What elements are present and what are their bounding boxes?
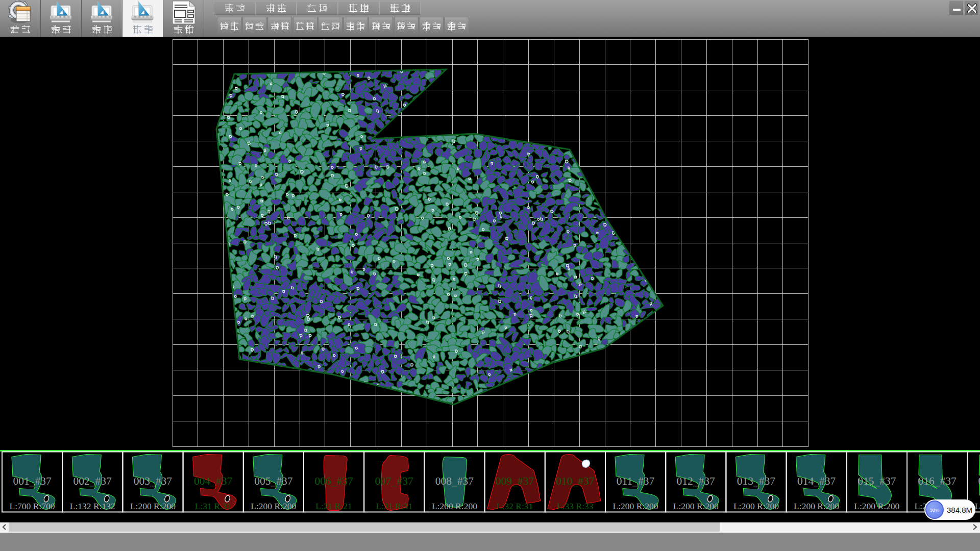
svg-text:L:200 R:200: L:200 R:200 (130, 501, 176, 511)
svg-text:L:200 R:200: L:200 R:200 (733, 501, 779, 511)
svg-text:010_#37: 010_#37 (556, 475, 595, 487)
svg-text:L:21 R:21: L:21 R:21 (315, 501, 352, 511)
svg-text:009_#37: 009_#37 (496, 475, 534, 487)
svg-text:L:200 R:200: L:200 R:200 (794, 501, 839, 511)
svg-text:006_#37: 006_#37 (314, 475, 353, 487)
svg-text:016_#37: 016_#37 (918, 475, 957, 487)
svg-text:L:33 R:33: L:33 R:33 (557, 501, 594, 511)
svg-text:L:200 R:200: L:200 R:200 (251, 501, 296, 511)
svg-text:008_#37: 008_#37 (435, 475, 474, 487)
svg-text:004_#37: 004_#37 (194, 475, 233, 487)
svg-text:017_#37: 017_#37 (978, 475, 980, 487)
svg-text:L:31 R:31: L:31 R:31 (376, 501, 412, 511)
svg-text:011_#37: 011_#37 (617, 475, 655, 487)
svg-text:015_#37: 015_#37 (857, 475, 896, 487)
svg-text:L:200 R:200: L:200 R:200 (975, 501, 980, 511)
svg-text:007_#37: 007_#37 (375, 475, 414, 487)
svg-text:013_#37: 013_#37 (737, 475, 776, 487)
svg-text:001_#37: 001_#37 (13, 475, 52, 487)
svg-text:L:700 R:700: L:700 R:700 (10, 501, 55, 511)
svg-text:L:200 R:200: L:200 R:200 (613, 501, 658, 511)
svg-text:L:200 R:200: L:200 R:200 (854, 501, 899, 511)
svg-text:012_#37: 012_#37 (677, 475, 716, 487)
svg-text:L:200 R:200: L:200 R:200 (673, 501, 719, 511)
svg-text:L:32 R:31: L:32 R:31 (497, 501, 533, 511)
svg-text:L:31 R:31: L:31 R:31 (195, 501, 231, 511)
svg-text:014_#37: 014_#37 (797, 475, 836, 487)
svg-text:L:132 R:132: L:132 R:132 (70, 501, 115, 511)
svg-text:002_#37: 002_#37 (74, 475, 112, 487)
svg-text:005_#37: 005_#37 (254, 475, 293, 487)
svg-text:003_#37: 003_#37 (134, 475, 173, 487)
svg-text:L:200 R:200: L:200 R:200 (432, 501, 477, 511)
